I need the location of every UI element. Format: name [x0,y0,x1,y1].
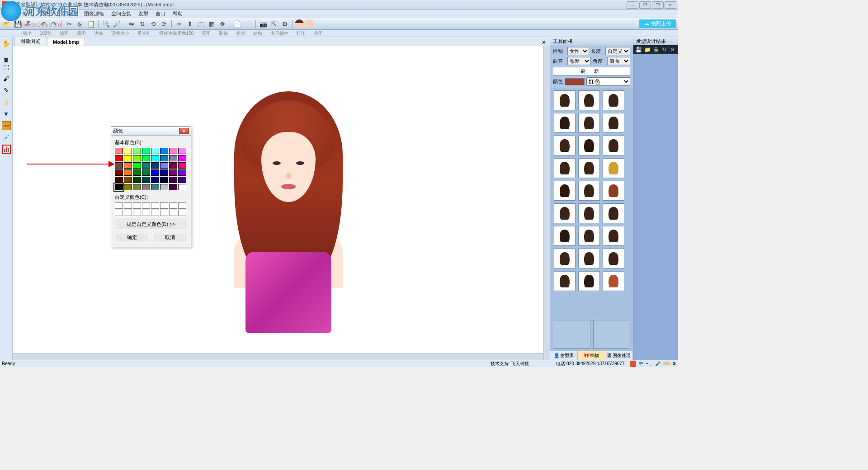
custom-swatch[interactable] [142,202,150,209]
color-swatch[interactable] [178,177,186,183]
tray-sogou-icon[interactable] [630,361,636,367]
hair-thumbnail[interactable] [603,136,624,155]
hand-tool-icon[interactable]: ✋ [2,39,11,48]
sec-blur[interactable]: 模糊边缘系数100 [159,30,194,37]
custom-swatch[interactable] [124,210,132,216]
custom-swatch[interactable] [142,210,150,216]
minimize-button[interactable]: — [627,1,638,9]
hair-thumbnail[interactable] [578,113,600,133]
refresh-button[interactable]: 刷 新 [553,67,630,75]
hair-thumbnail[interactable] [554,249,576,268]
cut-icon[interactable]: ✂ [64,19,74,28]
menu-hair[interactable]: 发型 [135,10,152,17]
color-select[interactable]: 红色 [586,77,630,86]
fit-width-icon[interactable]: ⬄ [174,19,184,28]
angle-select[interactable]: 侧面 [607,57,631,65]
color-swatch[interactable] [124,184,132,190]
hair-thumbnail[interactable] [578,158,600,178]
export-icon[interactable]: ⇱ [269,19,279,28]
color-swatch[interactable] [142,148,150,154]
zoom-out-icon[interactable]: 🔎 [112,19,122,28]
rotate-left-icon[interactable]: ⟲ [148,19,158,28]
color-swatch[interactable] [178,184,186,190]
canvas-scrollbar-h[interactable] [13,353,543,360]
color-swatch[interactable] [142,184,150,190]
crop-icon[interactable]: ⬚ [196,19,206,28]
hair-thumbnail[interactable] [554,203,576,223]
sec-original[interactable]: 原图 [77,30,86,37]
menu-image-filter[interactable]: 图像滤镜 [80,10,108,17]
custom-swatch[interactable] [178,202,186,209]
result-delete-icon[interactable]: ✕ [670,47,676,53]
tray-settings-icon[interactable]: ⚙ [672,361,676,366]
tab-browse[interactable]: 图像浏览 [14,37,46,46]
tab-model[interactable]: Model.bmp [47,38,85,46]
hair-thumbnail[interactable] [603,271,624,291]
color-swatch[interactable] [169,148,177,154]
face-female-icon[interactable] [295,19,304,28]
color-swatch[interactable] [124,148,132,154]
sec-zoom-out[interactable]: 缩小 [23,30,32,37]
hair-thumbnail[interactable] [603,249,624,268]
hair-thumbnail[interactable] [603,113,624,133]
hair-thumbnail[interactable] [554,113,576,133]
undo-icon[interactable]: ↶ [38,19,48,28]
sec-paste[interactable]: 粘贴 [253,30,262,37]
text-tool-icon[interactable]: Text [2,121,11,130]
result-print-icon[interactable]: 🖶 [653,47,659,53]
color-swatch[interactable] [151,148,159,154]
hair-thumbnail[interactable] [578,271,600,291]
gender-select[interactable]: 女性 [567,47,589,55]
color-swatch[interactable] [124,155,132,161]
sec-edge[interactable]: 边缘 [94,30,103,37]
menu-edit[interactable]: 编辑 [19,10,36,17]
tray-mic-icon[interactable]: 🎤 [655,361,660,366]
menu-window[interactable]: 窗口 [152,10,169,17]
restore-button[interactable]: ❐ [639,1,651,9]
color-swatch[interactable] [142,155,150,161]
custom-swatch[interactable] [151,202,159,209]
wand-tool-icon[interactable]: ✨ [2,98,11,107]
print-icon[interactable]: 🖶 [24,19,33,28]
fit-height-icon[interactable]: ⬍ [185,19,195,28]
color-swatch[interactable] [115,162,123,169]
color-adjust-tool-icon[interactable] [2,145,11,154]
sec-resize[interactable]: 调整大小 [111,30,129,37]
sec-print[interactable]: 打印 [297,30,306,37]
color-swatch[interactable] [151,162,159,169]
custom-swatch[interactable] [160,210,168,216]
color-swatch[interactable] [169,169,177,176]
color-swatch[interactable] [565,78,585,85]
sec-thumb[interactable]: 缩图 [60,30,69,37]
upload-button[interactable]: ☁ 拍照上传 [639,19,676,28]
menu-view[interactable]: 视图 [36,10,53,17]
result-refresh-icon[interactable]: ↻ [662,47,668,53]
color-swatch[interactable] [169,177,177,183]
color-swatch[interactable] [169,155,177,161]
color-swatch[interactable] [160,184,168,190]
custom-swatch[interactable] [124,202,132,209]
hair-thumbnail[interactable] [554,271,576,291]
color-swatch[interactable] [160,162,168,169]
hair-thumbnail[interactable] [554,181,576,201]
hair-thumbnail[interactable] [578,136,600,155]
hair-thumbnail[interactable] [578,181,600,201]
sec-sketch[interactable]: 草图 [202,30,211,37]
color-swatch[interactable] [115,148,123,154]
length-select[interactable]: 自定义 [605,47,630,55]
menu-image-process[interactable]: 图像处理 [53,10,80,17]
hair-thumbnail[interactable] [578,249,600,268]
sec-zoom-100[interactable]: 100% [40,31,52,36]
hair-thumbnail[interactable] [554,90,576,110]
hair-thumbnail[interactable] [578,226,600,246]
hair-thumbnail[interactable] [603,181,624,201]
tray-punct-icon[interactable]: •， [646,361,652,367]
ptab-hair-lib[interactable]: 👤发型库 [550,351,578,360]
move-icon[interactable]: ✥ [217,19,227,28]
rotate-right-icon[interactable]: ⟳ [159,19,169,28]
ptab-decorations[interactable]: 🎀饰物 [578,351,605,360]
color-swatch[interactable] [124,169,132,176]
menu-transform[interactable]: 空间变换 [108,10,135,17]
color-swatch[interactable] [151,169,159,176]
tray-ime-icon[interactable]: 中 [639,361,643,367]
